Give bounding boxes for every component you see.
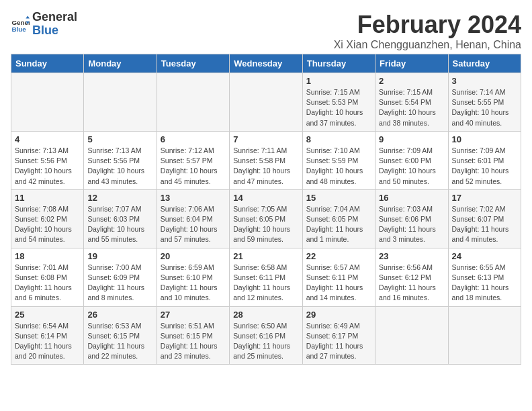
day-number: 11: [15, 193, 80, 203]
calendar-cell: 4Sunrise: 7:13 AM Sunset: 5:56 PM Daylig…: [11, 131, 84, 189]
title-block: February 2024 Xi Xian Chengguanzhen, Hen…: [334, 11, 521, 51]
day-number: 1: [306, 76, 371, 86]
calendar-cell: [375, 306, 448, 365]
day-info: Sunrise: 7:13 AM Sunset: 5:56 PM Dayligh…: [15, 146, 80, 187]
calendar-cell: 8Sunrise: 7:10 AM Sunset: 5:59 PM Daylig…: [302, 131, 375, 189]
day-info: Sunrise: 7:09 AM Sunset: 6:00 PM Dayligh…: [379, 146, 444, 187]
header-monday: Monday: [84, 54, 157, 73]
calendar-cell: 17Sunrise: 7:02 AM Sunset: 6:07 PM Dayli…: [448, 189, 521, 248]
calendar-cell: 1Sunrise: 7:15 AM Sunset: 5:53 PM Daylig…: [302, 73, 375, 132]
calendar-cell: 28Sunrise: 6:50 AM Sunset: 6:16 PM Dayli…: [230, 306, 302, 365]
day-number: 26: [87, 310, 152, 320]
svg-text:Blue: Blue: [11, 25, 26, 32]
day-info: Sunrise: 6:57 AM Sunset: 6:11 PM Dayligh…: [306, 263, 371, 304]
day-info: Sunrise: 6:56 AM Sunset: 6:12 PM Dayligh…: [379, 263, 444, 304]
day-number: 8: [306, 134, 371, 144]
day-info: Sunrise: 7:15 AM Sunset: 5:54 PM Dayligh…: [379, 87, 444, 128]
calendar-cell: 27Sunrise: 6:51 AM Sunset: 6:15 PM Dayli…: [157, 306, 229, 365]
calendar-cell: 16Sunrise: 7:03 AM Sunset: 6:06 PM Dayli…: [375, 189, 448, 248]
day-info: Sunrise: 7:12 AM Sunset: 5:57 PM Dayligh…: [161, 146, 226, 187]
calendar-cell: 2Sunrise: 7:15 AM Sunset: 5:54 PM Daylig…: [375, 73, 448, 132]
header-sunday: Sunday: [11, 54, 84, 73]
calendar-header: SundayMondayTuesdayWednesdayThursdayFrid…: [11, 54, 521, 73]
day-number: 27: [161, 310, 226, 320]
day-info: Sunrise: 7:14 AM Sunset: 5:55 PM Dayligh…: [452, 87, 517, 128]
calendar-cell: 14Sunrise: 7:05 AM Sunset: 6:05 PM Dayli…: [230, 189, 302, 248]
svg-marker-2: [26, 15, 30, 18]
week-row-5: 25Sunrise: 6:54 AM Sunset: 6:14 PM Dayli…: [11, 306, 521, 365]
day-number: 10: [452, 134, 517, 144]
day-number: 13: [161, 193, 226, 203]
day-number: 14: [233, 193, 298, 203]
calendar-cell: 5Sunrise: 7:13 AM Sunset: 5:56 PM Daylig…: [84, 131, 157, 189]
day-info: Sunrise: 7:01 AM Sunset: 6:08 PM Dayligh…: [15, 263, 80, 304]
calendar-cell: 11Sunrise: 7:08 AM Sunset: 6:02 PM Dayli…: [11, 189, 84, 248]
day-info: Sunrise: 7:11 AM Sunset: 5:58 PM Dayligh…: [233, 146, 298, 187]
header-saturday: Saturday: [448, 54, 521, 73]
logo-name: General Blue: [32, 11, 77, 38]
day-number: 9: [379, 134, 444, 144]
day-number: 21: [233, 251, 298, 261]
day-number: 29: [306, 310, 371, 320]
day-info: Sunrise: 7:03 AM Sunset: 6:06 PM Dayligh…: [379, 204, 444, 245]
day-info: Sunrise: 6:53 AM Sunset: 6:15 PM Dayligh…: [87, 321, 152, 362]
page-header: General Blue General Blue February 2024 …: [11, 11, 521, 51]
calendar-title: February 2024: [334, 11, 521, 39]
day-number: 18: [15, 251, 80, 261]
day-info: Sunrise: 7:06 AM Sunset: 6:04 PM Dayligh…: [161, 204, 226, 245]
day-number: 23: [379, 251, 444, 261]
day-number: 12: [87, 193, 152, 203]
calendar-cell: 7Sunrise: 7:11 AM Sunset: 5:58 PM Daylig…: [230, 131, 302, 189]
logo: General Blue General Blue: [11, 11, 77, 38]
day-number: 24: [452, 251, 517, 261]
day-info: Sunrise: 7:00 AM Sunset: 6:09 PM Dayligh…: [87, 263, 152, 304]
day-info: Sunrise: 7:05 AM Sunset: 6:05 PM Dayligh…: [233, 204, 298, 245]
calendar-cell: 15Sunrise: 7:04 AM Sunset: 6:05 PM Dayli…: [302, 189, 375, 248]
calendar-cell: 21Sunrise: 6:58 AM Sunset: 6:11 PM Dayli…: [230, 248, 302, 306]
day-number: 28: [233, 310, 298, 320]
calendar-cell: 6Sunrise: 7:12 AM Sunset: 5:57 PM Daylig…: [157, 131, 229, 189]
day-info: Sunrise: 7:10 AM Sunset: 5:59 PM Dayligh…: [306, 146, 371, 187]
day-info: Sunrise: 6:54 AM Sunset: 6:14 PM Dayligh…: [15, 321, 80, 362]
day-info: Sunrise: 6:58 AM Sunset: 6:11 PM Dayligh…: [233, 263, 298, 304]
day-number: 22: [306, 251, 371, 261]
calendar-cell: 25Sunrise: 6:54 AM Sunset: 6:14 PM Dayli…: [11, 306, 84, 365]
logo-blue-text: Blue: [32, 24, 58, 37]
day-number: 16: [379, 193, 444, 203]
calendar-body: 1Sunrise: 7:15 AM Sunset: 5:53 PM Daylig…: [11, 73, 521, 365]
calendar-cell: [11, 73, 84, 132]
calendar-cell: [448, 306, 521, 365]
calendar-cell: 29Sunrise: 6:49 AM Sunset: 6:17 PM Dayli…: [302, 306, 375, 365]
header-thursday: Thursday: [302, 54, 375, 73]
calendar-cell: 26Sunrise: 6:53 AM Sunset: 6:15 PM Dayli…: [84, 306, 157, 365]
day-number: 20: [161, 251, 226, 261]
header-tuesday: Tuesday: [157, 54, 229, 73]
calendar-cell: 9Sunrise: 7:09 AM Sunset: 6:00 PM Daylig…: [375, 131, 448, 189]
day-info: Sunrise: 6:50 AM Sunset: 6:16 PM Dayligh…: [233, 321, 298, 362]
week-row-1: 1Sunrise: 7:15 AM Sunset: 5:53 PM Daylig…: [11, 73, 521, 132]
day-number: 2: [379, 76, 444, 86]
day-info: Sunrise: 7:07 AM Sunset: 6:03 PM Dayligh…: [87, 204, 152, 245]
calendar-cell: 3Sunrise: 7:14 AM Sunset: 5:55 PM Daylig…: [448, 73, 521, 132]
week-row-2: 4Sunrise: 7:13 AM Sunset: 5:56 PM Daylig…: [11, 131, 521, 189]
calendar-cell: 13Sunrise: 7:06 AM Sunset: 6:04 PM Dayli…: [157, 189, 229, 248]
calendar-cell: 10Sunrise: 7:09 AM Sunset: 6:01 PM Dayli…: [448, 131, 521, 189]
calendar-cell: 23Sunrise: 6:56 AM Sunset: 6:12 PM Dayli…: [375, 248, 448, 306]
day-number: 25: [15, 310, 80, 320]
day-info: Sunrise: 7:13 AM Sunset: 5:56 PM Dayligh…: [87, 146, 152, 187]
header-wednesday: Wednesday: [230, 54, 302, 73]
day-info: Sunrise: 7:15 AM Sunset: 5:53 PM Dayligh…: [306, 87, 371, 128]
day-info: Sunrise: 6:51 AM Sunset: 6:15 PM Dayligh…: [161, 321, 226, 362]
day-info: Sunrise: 6:59 AM Sunset: 6:10 PM Dayligh…: [161, 263, 226, 304]
day-number: 5: [87, 134, 152, 144]
logo-icon: General Blue: [11, 15, 30, 34]
calendar-cell: [84, 73, 157, 132]
calendar-cell: 18Sunrise: 7:01 AM Sunset: 6:08 PM Dayli…: [11, 248, 84, 306]
day-info: Sunrise: 7:04 AM Sunset: 6:05 PM Dayligh…: [306, 204, 371, 245]
day-number: 3: [452, 76, 517, 86]
header-row: SundayMondayTuesdayWednesdayThursdayFrid…: [11, 54, 521, 73]
calendar-cell: 19Sunrise: 7:00 AM Sunset: 6:09 PM Dayli…: [84, 248, 157, 306]
day-number: 19: [87, 251, 152, 261]
calendar-cell: 24Sunrise: 6:55 AM Sunset: 6:13 PM Dayli…: [448, 248, 521, 306]
day-info: Sunrise: 6:55 AM Sunset: 6:13 PM Dayligh…: [452, 263, 517, 304]
